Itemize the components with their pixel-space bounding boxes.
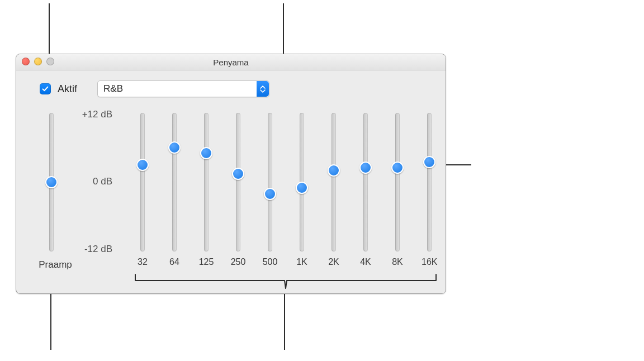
band-thumb-1K[interactable] <box>296 182 308 194</box>
bands-bracket <box>135 274 437 289</box>
db-max-label: +12 dB <box>68 109 112 120</box>
band-thumb-500[interactable] <box>264 188 276 200</box>
db-min-label: -12 dB <box>68 244 112 255</box>
checkmark-icon <box>41 85 49 93</box>
band-freq-label: 8K <box>390 257 405 267</box>
band-column-16K: 16K <box>422 113 437 267</box>
db-scale: +12 dB 0 dB -12 dB <box>68 113 119 251</box>
band-freq-label: 250 <box>230 257 246 267</box>
band-slider-2K[interactable] <box>332 113 336 251</box>
window-title: Penyama <box>213 58 248 67</box>
band-column-8K: 8K <box>390 113 405 267</box>
enable-checkbox[interactable] <box>40 83 51 94</box>
top-row: Aktif R&B <box>40 80 434 97</box>
traffic-lights <box>22 58 54 65</box>
band-column-2K: 2K <box>326 113 342 267</box>
band-slider-4K[interactable] <box>363 113 368 251</box>
titlebar: Penyama <box>16 54 446 70</box>
db-mid-label: 0 dB <box>68 176 112 187</box>
band-slider-125[interactable] <box>204 113 209 251</box>
band-column-1K: 1K <box>294 113 310 267</box>
band-slider-250[interactable] <box>236 113 240 251</box>
band-thumb-2K[interactable] <box>328 164 340 177</box>
band-slider-32[interactable] <box>140 113 145 251</box>
zoom-icon <box>46 58 54 65</box>
close-icon[interactable] <box>22 58 30 65</box>
minimize-icon[interactable] <box>34 58 42 65</box>
preamp-label: Praamp <box>33 259 78 270</box>
preamp-slider[interactable] <box>49 113 54 251</box>
band-freq-label: 2K <box>326 257 342 267</box>
equalizer-sliders-area: +12 dB 0 dB -12 dB Praamp 32641252505001… <box>27 106 434 284</box>
band-thumb-16K[interactable] <box>423 156 435 168</box>
band-slider-16K[interactable] <box>427 113 432 251</box>
band-column-32: 32 <box>135 113 150 267</box>
band-thumb-64[interactable] <box>168 141 181 154</box>
band-freq-label: 500 <box>262 257 278 267</box>
band-column-250: 250 <box>230 113 246 267</box>
band-column-500: 500 <box>262 113 278 267</box>
band-slider-64[interactable] <box>172 113 177 251</box>
band-slider-8K[interactable] <box>395 113 400 251</box>
band-freq-label: 32 <box>135 257 150 267</box>
band-freq-label: 64 <box>167 257 182 267</box>
band-columns: 32641252505001K2K4K8K16K <box>135 113 437 267</box>
enable-label: Aktif <box>58 83 77 95</box>
band-thumb-250[interactable] <box>232 168 244 180</box>
equalizer-window: Penyama Aktif R&B <box>16 54 446 294</box>
preset-value: R&B <box>98 83 123 94</box>
band-slider-1K[interactable] <box>300 113 304 251</box>
band-thumb-125[interactable] <box>200 147 212 159</box>
band-freq-label: 125 <box>198 257 214 267</box>
band-thumb-32[interactable] <box>136 159 149 171</box>
callout-line <box>284 286 285 350</box>
equalizer-body: Aktif R&B +12 dB 0 dB -12 dB <box>16 70 446 294</box>
band-freq-label: 1K <box>294 257 310 267</box>
preset-select[interactable]: R&B <box>97 80 269 97</box>
preamp-thumb[interactable] <box>45 176 58 188</box>
band-thumb-8K[interactable] <box>391 162 404 174</box>
band-column-125: 125 <box>198 113 214 267</box>
band-column-4K: 4K <box>358 113 373 267</box>
band-slider-500[interactable] <box>268 113 272 251</box>
band-freq-label: 4K <box>358 257 373 267</box>
preamp-column: Praamp <box>43 113 60 275</box>
band-column-64: 64 <box>167 113 182 267</box>
band-freq-label: 16K <box>422 257 437 267</box>
select-stepper-icon <box>257 81 269 97</box>
band-thumb-4K[interactable] <box>359 162 372 174</box>
